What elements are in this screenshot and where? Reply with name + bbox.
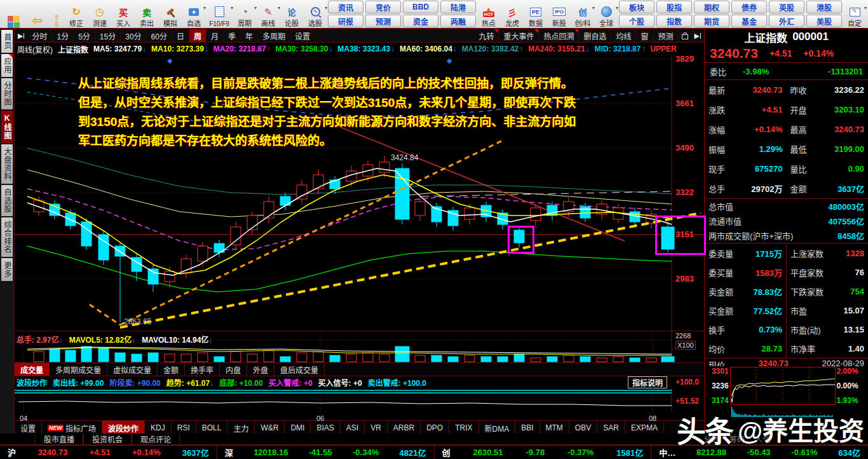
toolbar-button-label: 画线 [261,20,275,28]
period-tab-settings[interactable]: 设置 [290,29,315,42]
bond-button[interactable]: 债券 [731,1,767,13]
kline-chart[interactable]: ◆ ◆ 从上证综指周线系统看，目前是跌破第二根上涨趋势线后的向上的技术性回抽，即… [15,55,704,331]
toolbar-button-longhu[interactable]: 彡 龙虎 [501,1,524,28]
volume-tab-turnover[interactable]: 换手率 [185,363,220,376]
tab-opinion[interactable]: 观点评论 [132,434,180,444]
sector-button[interactable]: 板块 [619,1,654,13]
collapse-arrow-icon[interactable]: ▶ [15,29,27,42]
ma38-value: MA38: 3323.43↓ [337,45,395,53]
lugang-button[interactable]: 陆港 [440,1,476,13]
toolbar-button-watchlist[interactable]: ★ 自选 ▾ [182,1,205,28]
volume-pane[interactable]: 总手: 2.97亿↓ MAVOL5: 12.82亿↓ MAVOL10: 14.9… [15,331,704,363]
next-arrow-icon[interactable]: ▶ [691,29,704,42]
auction-button[interactable]: 竞价 [365,1,401,13]
volume-tab-multi-period[interactable]: 多周期成交量 [50,363,107,376]
analyst-annotation: 从上证综指周线系统看，目前是跌破第二根上涨趋势线后的向上的技术性回抽，即反弹行情… [78,74,576,151]
options-button[interactable]: 期权 [694,1,729,13]
toolbar-button-sell[interactable]: 卖 卖出 [135,1,158,28]
toolbar-button-global[interactable]: 全球 ▾ [595,1,618,28]
period-tab-30min[interactable]: 30分 [121,29,146,42]
toolbar-button-ipo[interactable]: IPO 新股 [548,1,571,28]
volume-axis-label: 2268 [675,332,691,339]
page-up-down-buttons[interactable]: ⇧⇩ [49,1,64,28]
toolbar-button-hotspot[interactable]: ▲HOT 热点 [477,1,500,28]
toolbar-button-data[interactable]: PE 数据 [524,1,547,28]
stock-button[interactable]: 个股 [619,15,654,27]
toolbar-button-drawline[interactable]: ✎ 画线 ▾ [257,1,280,28]
period-tab-1min[interactable]: 1分 [52,29,74,42]
tool-ma-toggle[interactable]: 均线 [611,29,636,42]
margin-button[interactable]: 两融 [440,15,476,27]
volume-tab-outer[interactable]: 外盘 [247,363,275,376]
sidebar-item-more[interactable]: 更多 [1,258,13,281]
tool-forecast[interactable]: 预测 [654,29,679,42]
volume-tab-inner[interactable]: 内盘 [220,363,247,376]
period-tab-60min[interactable]: 60分 [147,29,172,42]
toolbar-button-simulate[interactable]: 模拟 [159,1,182,28]
volume-tab-amount[interactable]: 金额 [158,363,185,376]
forex-button[interactable]: 外汇 [769,15,804,27]
app-logo-button[interactable] [1,1,26,28]
period-tab-year[interactable]: 年 [241,29,258,42]
status-index-sh[interactable]: 沪 3240.73 +4.51 +0.14% 3637亿 [0,446,217,459]
us-stocks-button[interactable]: 美股 [806,15,842,27]
toolbar-button-speedtest[interactable]: ◷ 测速 [88,1,111,28]
status-index-sz[interactable]: 深 12018.16 -41.55 -0.34% 4821亿 [217,446,435,459]
tab-opportunity[interactable]: 投资机会 [83,434,132,444]
period-tab-week[interactable]: 周 [189,29,207,42]
sidebar-item-intraday[interactable]: 分时图 [1,78,13,109]
toolbar-button-correct[interactable]: ↻ 修正 [65,1,88,28]
period-tab-quarter[interactable]: 季 [224,29,241,42]
futures-button[interactable]: 期货 [694,15,729,27]
lock-icon[interactable] [679,29,691,42]
period-tab-multi[interactable]: 多周期 [258,29,290,42]
toolbar-button-label: 论股 [285,20,299,28]
index-futures-button[interactable]: 股指 [656,1,692,13]
tab-live[interactable]: 股市直播 [35,434,83,444]
period-tab-fenshi[interactable]: 分时 [27,29,52,42]
quote-row: 涨幅+0.14% 最高3240.73 [705,120,868,139]
sidebar-item-watchlist[interactable]: 自选股 [1,185,13,216]
toolbar-button-period[interactable]: ◔ 周期 ▾ [233,1,256,28]
tool-hotspot-review[interactable]: 热点回溯 [539,29,579,42]
indicator-help-button[interactable]: 指标说明 [628,376,667,388]
tool-nine-turn[interactable]: 九转 [474,29,499,42]
toolbar-button-chuangke[interactable]: 创 创/科 ▾ [571,1,594,28]
index-button[interactable]: 指数 [656,15,692,27]
forum-icon: 论 [287,4,295,20]
indicator-field: 卖出线: +99.00 [53,377,104,388]
research-button[interactable]: 研报 [328,15,363,27]
tool-window[interactable]: 窗 [637,29,654,42]
tool-major-events[interactable]: 重大事件 [499,29,539,42]
forecast-button[interactable]: 预测 [365,15,401,27]
period-tab-15min[interactable]: 15分 [95,29,121,42]
toolbar-button-custom[interactable]: ✎ 自定 ▾ [843,1,866,28]
toolbar-button-stockpick[interactable]: ∿ 选股 ▾ [304,1,327,28]
period-tab-month[interactable]: 月 [207,29,224,42]
sidebar-item-kline[interactable]: K线图 [1,111,13,143]
toolbar-button-f10[interactable]: F10/F9 ▾ [206,1,233,28]
uk-stocks-button[interactable]: 英股 [769,1,804,13]
sidebar-item-market-info[interactable]: 大盘资料 [1,144,13,184]
fund-button[interactable]: 基金 [731,15,767,27]
toolbar-button-forum[interactable]: 论 论股 [280,1,303,28]
volume-tab-afterhours[interactable]: 盘后成交量 [275,363,325,376]
status-index-cyb[interactable]: 创 2630.51 -9.78 -0.37% 1581亿 [435,446,652,459]
bbd-button[interactable]: BBD [403,1,438,13]
toolbar-button-buy[interactable]: 买 买入 [112,1,135,28]
hk-stocks-button[interactable]: 港股 [806,1,842,13]
funds-button[interactable]: 资金 [403,15,438,27]
volume-tab-virtual[interactable]: 虚拟成交量 [107,363,158,376]
tool-remove-watchlist[interactable]: 删自选 [579,29,611,42]
sidebar-item-apps[interactable]: 应用 [1,54,13,77]
period-tab-5min[interactable]: 5分 [74,29,95,42]
news-button[interactable]: 资讯 [328,1,363,13]
toolbar-button-label: 新股 [552,20,566,28]
sidebar-item-home[interactable]: 首页 [1,30,13,53]
period-tab-day[interactable]: 日 [172,29,189,42]
sidebar-item-ranking[interactable]: 综合排名 [1,217,13,257]
volume-tab-chengjiaoliang[interactable]: 成交量 [15,363,50,376]
indicator-pane[interactable]: 波段炒作 卖出线: +99.00 阶段卖: +90.00 趋势: +61.07↓… [15,376,704,421]
back-button[interactable]: ⇦ [27,1,48,28]
indicator-field: 卖出警戒: +100.0 [368,377,426,388]
